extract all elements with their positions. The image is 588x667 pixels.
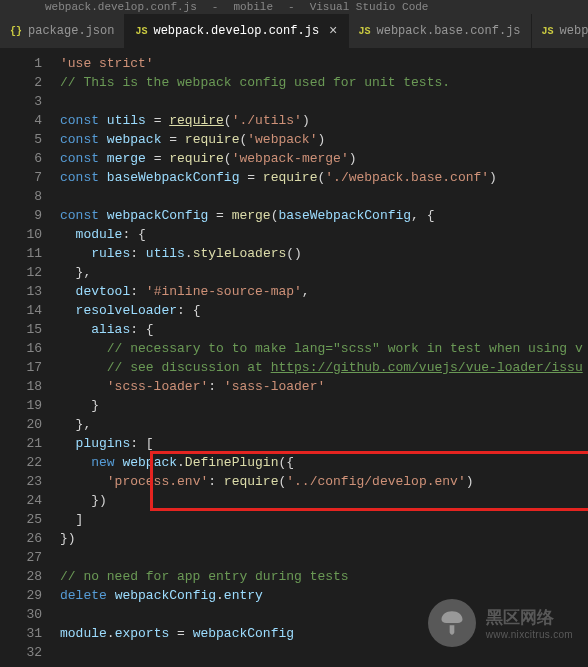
line-number: 22 bbox=[0, 453, 42, 472]
line-number: 27 bbox=[0, 548, 42, 567]
code-line: 'process.env': require('../config/develo… bbox=[60, 472, 588, 491]
line-number: 31 bbox=[0, 624, 42, 643]
code-line: const baseWebpackConfig = require('./web… bbox=[60, 168, 588, 187]
code-line: devtool: '#inline-source-map', bbox=[60, 282, 588, 301]
line-number: 20 bbox=[0, 415, 42, 434]
code-line: plugins: [ bbox=[60, 434, 588, 453]
code-line bbox=[60, 187, 588, 206]
line-number: 28 bbox=[0, 567, 42, 586]
code-line: // This is the webpack config used for u… bbox=[60, 73, 588, 92]
code-line: resolveLoader: { bbox=[60, 301, 588, 320]
line-number: 16 bbox=[0, 339, 42, 358]
code-line: alias: { bbox=[60, 320, 588, 339]
code-line: const webpack = require('webpack') bbox=[60, 130, 588, 149]
line-number: 24 bbox=[0, 491, 42, 510]
code-line: }, bbox=[60, 263, 588, 282]
line-number: 29 bbox=[0, 586, 42, 605]
titlebar: webpack.develop.conf.js - mobile - Visua… bbox=[0, 0, 588, 14]
editor[interactable]: 1 2 3 4 5 6 7 8 9 10 11 12 13 14 15 16 1… bbox=[0, 49, 588, 667]
line-number: 2 bbox=[0, 73, 42, 92]
line-number: 19 bbox=[0, 396, 42, 415]
line-number: 14 bbox=[0, 301, 42, 320]
code-line: } bbox=[60, 396, 588, 415]
code-line: new webpack.DefinePlugin({ bbox=[60, 453, 588, 472]
watermark: 黑区网络 www.nixcitrus.com bbox=[428, 599, 573, 647]
code-line: ] bbox=[60, 510, 588, 529]
code-line: const merge = require('webpack-merge') bbox=[60, 149, 588, 168]
line-number-gutter: 1 2 3 4 5 6 7 8 9 10 11 12 13 14 15 16 1… bbox=[0, 49, 60, 667]
line-number: 1 bbox=[0, 54, 42, 73]
line-number: 11 bbox=[0, 244, 42, 263]
code-line: const webpackConfig = merge(baseWebpackC… bbox=[60, 206, 588, 225]
titlebar-app: Visual Studio Code bbox=[310, 1, 429, 13]
tab-webpack-base[interactable]: JS webpack.base.conf.js bbox=[349, 14, 532, 48]
line-number: 8 bbox=[0, 187, 42, 206]
code-line: }, bbox=[60, 415, 588, 434]
line-number: 12 bbox=[0, 263, 42, 282]
js-icon: JS bbox=[359, 26, 371, 37]
line-number: 32 bbox=[0, 643, 42, 662]
code-line: // no need for app entry during tests bbox=[60, 567, 588, 586]
titlebar-sep2: - bbox=[288, 1, 295, 13]
code-line bbox=[60, 92, 588, 111]
mushroom-icon bbox=[428, 599, 476, 647]
code-line: module: { bbox=[60, 225, 588, 244]
line-number: 18 bbox=[0, 377, 42, 396]
code-line: }) bbox=[60, 491, 588, 510]
code-line: rules: utils.styleLoaders() bbox=[60, 244, 588, 263]
line-number: 5 bbox=[0, 130, 42, 149]
close-icon[interactable]: × bbox=[329, 23, 337, 39]
line-number: 15 bbox=[0, 320, 42, 339]
tab-webp[interactable]: JS webp bbox=[532, 14, 588, 48]
code-line: }) bbox=[60, 529, 588, 548]
line-number: 10 bbox=[0, 225, 42, 244]
line-number: 13 bbox=[0, 282, 42, 301]
line-number: 7 bbox=[0, 168, 42, 187]
titlebar-filename: webpack.develop.conf.js bbox=[45, 1, 197, 13]
line-number: 4 bbox=[0, 111, 42, 130]
line-number: 30 bbox=[0, 605, 42, 624]
tab-label: webpack.develop.conf.js bbox=[153, 24, 319, 38]
tab-webpack-develop[interactable]: JS webpack.develop.conf.js × bbox=[125, 14, 348, 48]
code-line: // necessary to to make lang="scss" work… bbox=[60, 339, 588, 358]
tab-bar: {} package.json JS webpack.develop.conf.… bbox=[0, 14, 588, 49]
titlebar-project: mobile bbox=[233, 1, 273, 13]
code-content[interactable]: 'use strict' // This is the webpack conf… bbox=[60, 49, 588, 667]
watermark-title: 黑区网络 bbox=[486, 606, 573, 629]
line-number: 21 bbox=[0, 434, 42, 453]
tab-package-json[interactable]: {} package.json bbox=[0, 14, 125, 48]
js-icon: JS bbox=[135, 26, 147, 37]
tab-label: package.json bbox=[28, 24, 114, 38]
watermark-url: www.nixcitrus.com bbox=[486, 629, 573, 640]
line-number: 6 bbox=[0, 149, 42, 168]
titlebar-sep1: - bbox=[212, 1, 219, 13]
line-number: 9 bbox=[0, 206, 42, 225]
json-icon: {} bbox=[10, 26, 22, 37]
tab-label: webpack.base.conf.js bbox=[377, 24, 521, 38]
code-line: const utils = require('./utils') bbox=[60, 111, 588, 130]
code-line: 'scss-loader': 'sass-loader' bbox=[60, 377, 588, 396]
code-line: // see discussion at https://github.com/… bbox=[60, 358, 588, 377]
line-number: 23 bbox=[0, 472, 42, 491]
code-line bbox=[60, 548, 588, 567]
line-number: 3 bbox=[0, 92, 42, 111]
code-line: 'use strict' bbox=[60, 54, 588, 73]
tab-label: webp bbox=[560, 24, 588, 38]
line-number: 26 bbox=[0, 529, 42, 548]
js-icon: JS bbox=[542, 26, 554, 37]
line-number: 25 bbox=[0, 510, 42, 529]
line-number: 17 bbox=[0, 358, 42, 377]
watermark-text: 黑区网络 www.nixcitrus.com bbox=[486, 606, 573, 640]
